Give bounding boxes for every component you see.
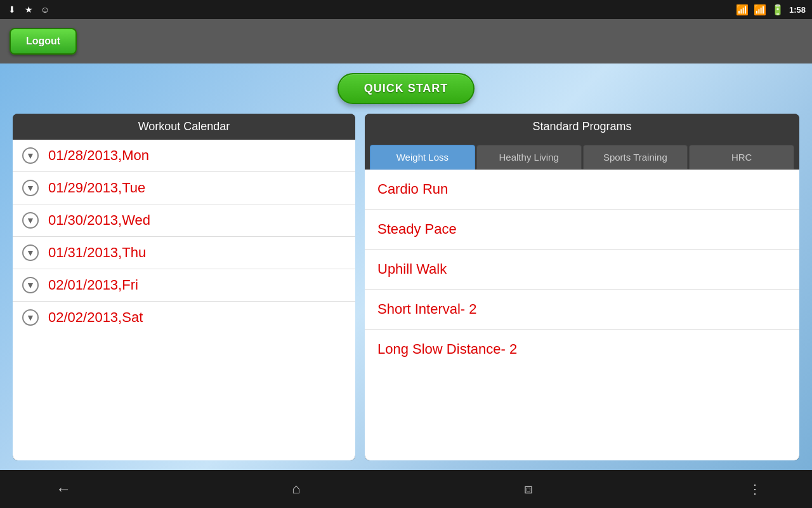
calendar-date: 01/30/2013,Wed	[48, 212, 150, 229]
programs-header: Standard Programs	[365, 114, 799, 140]
toolbar: Logout	[0, 19, 812, 64]
calendar-item[interactable]: ▼02/02/2013,Sat	[13, 302, 355, 333]
dropdown-icon: ▼	[22, 180, 39, 196]
notification-icon-1: ⬇	[6, 4, 18, 15]
calendar-date: 02/01/2013,Fri	[48, 277, 138, 293]
quick-start-button[interactable]: QUICK START	[337, 73, 475, 104]
status-bar-right: 📶 📶 🔋 1:58	[736, 4, 806, 16]
main-content: QUICK START Workout Calendar ▼01/28/2013…	[0, 64, 812, 470]
dropdown-icon: ▼	[22, 244, 39, 261]
tab-hrc[interactable]: HRC	[689, 145, 794, 170]
program-item[interactable]: Long Slow Distance- 2	[365, 330, 799, 369]
notification-icon-3: ☺	[39, 4, 51, 15]
programs-tabs: Weight LossHealthy LivingSports Training…	[365, 140, 799, 170]
program-name: Cardio Run	[377, 181, 448, 197]
tab-weight-loss[interactable]: Weight Loss	[370, 145, 475, 170]
tab-healthy-living[interactable]: Healthy Living	[476, 145, 582, 170]
panels-row: Workout Calendar ▼01/28/2013,Mon▼01/29/2…	[13, 114, 799, 460]
program-item[interactable]: Cardio Run	[365, 170, 799, 210]
recents-button[interactable]: ⧈	[516, 476, 541, 502]
calendar-item[interactable]: ▼01/30/2013,Wed	[13, 204, 355, 237]
calendar-item[interactable]: ▼01/31/2013,Thu	[13, 237, 355, 269]
status-bar: ⬇ ★ ☺ 📶 📶 🔋 1:58	[0, 0, 812, 19]
more-button[interactable]: ⋮	[749, 481, 761, 497]
tab-sports-training[interactable]: Sports Training	[583, 145, 688, 170]
status-bar-left: ⬇ ★ ☺	[6, 4, 51, 15]
calendar-item[interactable]: ▼01/28/2013,Mon	[13, 140, 355, 172]
dropdown-icon: ▼	[22, 277, 39, 293]
nav-bar: ← ⌂ ⧈ ⋮	[0, 470, 812, 508]
calendar-header: Workout Calendar	[13, 114, 355, 140]
program-name: Short Interval- 2	[377, 301, 477, 317]
program-item[interactable]: Short Interval- 2	[365, 290, 799, 330]
calendar-date: 01/29/2013,Tue	[48, 180, 145, 196]
battery-icon: 🔋	[771, 4, 784, 16]
calendar-date: 01/31/2013,Thu	[48, 244, 146, 261]
wifi-icon: 📶	[754, 4, 766, 16]
programs-panel: Standard Programs Weight LossHealthy Liv…	[365, 114, 799, 460]
logout-button[interactable]: Logout	[10, 28, 77, 55]
back-button[interactable]: ←	[51, 476, 76, 502]
dropdown-icon: ▼	[22, 147, 39, 164]
home-button[interactable]: ⌂	[284, 476, 309, 502]
programs-list: Cardio RunSteady PaceUphill WalkShort In…	[365, 170, 799, 460]
clock: 1:58	[789, 5, 806, 15]
dropdown-icon: ▼	[22, 309, 39, 326]
calendar-list: ▼01/28/2013,Mon▼01/29/2013,Tue▼01/30/201…	[13, 140, 355, 460]
dropdown-icon: ▼	[22, 212, 39, 229]
program-name: Steady Pace	[377, 221, 457, 237]
bluetooth-icon: 📶	[736, 4, 749, 16]
calendar-item[interactable]: ▼01/29/2013,Tue	[13, 172, 355, 204]
notification-icon-2: ★	[23, 4, 34, 15]
calendar-item[interactable]: ▼02/01/2013,Fri	[13, 269, 355, 302]
program-item[interactable]: Steady Pace	[365, 210, 799, 250]
calendar-date: 02/02/2013,Sat	[48, 309, 143, 326]
program-name: Uphill Walk	[377, 261, 447, 277]
calendar-panel: Workout Calendar ▼01/28/2013,Mon▼01/29/2…	[13, 114, 355, 460]
calendar-date: 01/28/2013,Mon	[48, 147, 149, 164]
program-item[interactable]: Uphill Walk	[365, 250, 799, 290]
program-name: Long Slow Distance- 2	[377, 341, 517, 357]
